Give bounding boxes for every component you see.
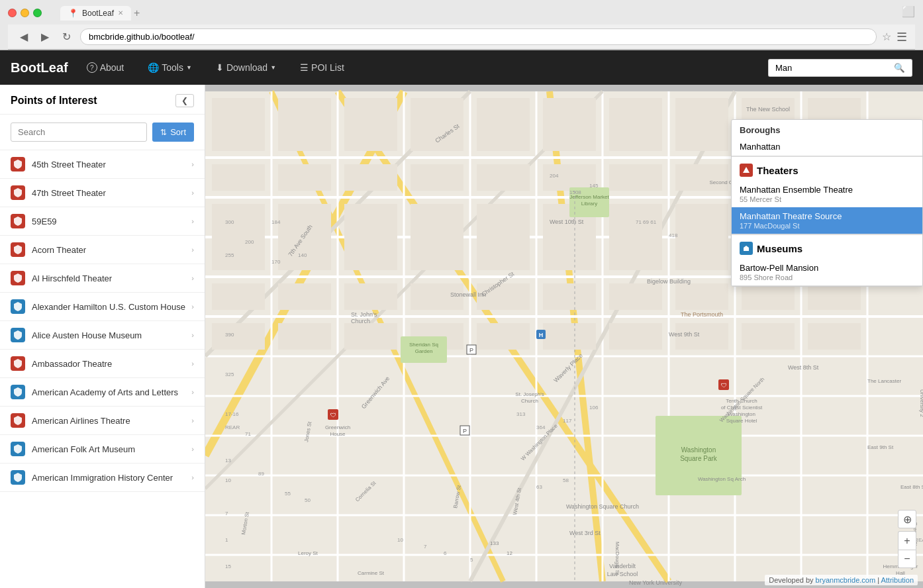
- svg-rect-68: [609, 283, 662, 310]
- poi-list: 45th Street Theater›47th Street Theater›…: [0, 150, 205, 588]
- svg-text:The Portsmouth: The Portsmouth: [681, 311, 723, 318]
- sort-button[interactable]: ⇅ Sort: [152, 122, 194, 142]
- sidebar-title: Points of Interest: [11, 95, 97, 107]
- svg-text:12: 12: [507, 550, 512, 556]
- svg-text:Carmine St: Carmine St: [358, 570, 385, 576]
- svg-text:Church: Church: [351, 318, 370, 324]
- bookmark-button[interactable]: ☆: [882, 30, 891, 43]
- poi-list-nav-item[interactable]: ☰ POI List: [295, 60, 350, 75]
- svg-rect-36: [609, 98, 662, 151]
- sort-icon: ⇅: [160, 128, 167, 137]
- poi-item-7[interactable]: Ambassador Theatre›: [0, 350, 205, 378]
- poi-name-1: 47th Street Theater: [32, 188, 191, 198]
- reload-button[interactable]: ↻: [58, 29, 75, 44]
- svg-text:West 9th St: West 9th St: [669, 331, 700, 338]
- download-label: Download: [226, 62, 267, 73]
- svg-text:7: 7: [225, 511, 228, 516]
- poi-item-10[interactable]: American Folk Art Museum›: [0, 435, 205, 464]
- svg-rect-74: [344, 323, 397, 350]
- poi-search-input[interactable]: [11, 122, 147, 142]
- autocomplete-theater-1[interactable]: Manhattan Theatre Source 177 MacDougal S…: [732, 207, 922, 234]
- minimize-button[interactable]: [21, 9, 29, 17]
- url-input[interactable]: [80, 28, 877, 45]
- title-bar: 📍 BootLeaf ✕ + ⬜: [8, 5, 915, 21]
- svg-text:West 3rd St: West 3rd St: [569, 530, 601, 536]
- svg-text:Square Hotel: Square Hotel: [726, 418, 757, 424]
- svg-rect-71: [808, 283, 861, 310]
- svg-rect-57: [609, 204, 662, 270]
- sidebar-collapse-button[interactable]: ❮: [175, 94, 194, 107]
- svg-text:6: 6: [444, 550, 447, 556]
- svg-rect-30: [212, 98, 265, 151]
- poi-item-11[interactable]: American Immigration History Center›: [0, 464, 205, 492]
- tools-nav-item[interactable]: 🌐 Tools ▼: [142, 60, 197, 75]
- tab-favicon: 📍: [68, 9, 78, 18]
- sidebar-controls: ⇅ Sort: [0, 115, 205, 150]
- autocomplete-theater-0[interactable]: Manhattan Ensemble Theatre 55 Mercer St: [732, 181, 922, 207]
- poi-icon-theater: [11, 356, 25, 371]
- poi-item-1[interactable]: 47th Street Theater›: [0, 179, 205, 207]
- svg-text:Sheridan Sq: Sheridan Sq: [409, 342, 438, 348]
- window-restore-button[interactable]: ⬜: [902, 5, 915, 18]
- zoom-in-button[interactable]: +: [898, 531, 916, 550]
- globe-icon: 🌐: [148, 62, 159, 73]
- download-nav-item[interactable]: ⬇ Download ▼: [211, 60, 281, 75]
- navbar-search-button[interactable]: 🔍: [887, 59, 912, 77]
- svg-text:58: 58: [563, 477, 569, 483]
- poi-item-0[interactable]: 45th Street Theater›: [0, 150, 205, 179]
- svg-text:House: House: [330, 431, 346, 437]
- poi-name-6: Alice Austen House Museum: [32, 330, 191, 340]
- poi-chevron-icon-10: ›: [191, 445, 194, 453]
- poi-chevron-icon-2: ›: [191, 217, 194, 225]
- svg-text:5: 5: [470, 557, 473, 563]
- back-button[interactable]: ◀: [16, 29, 32, 44]
- new-tab-button[interactable]: +: [134, 7, 140, 19]
- locate-button[interactable]: ⊕: [898, 510, 916, 528]
- brand-logo[interactable]: BootLeaf: [11, 60, 68, 75]
- svg-text:Stonewall Inn: Stonewall Inn: [450, 291, 486, 298]
- close-button[interactable]: [8, 9, 17, 17]
- poi-item-4[interactable]: Al Hirschfeld Theater›: [0, 264, 205, 293]
- poi-item-9[interactable]: American Airlines Theatre›: [0, 407, 205, 435]
- svg-text:15: 15: [225, 564, 231, 569]
- svg-rect-43: [411, 164, 463, 191]
- poi-item-3[interactable]: Acorn Theater›: [0, 236, 205, 264]
- poi-icon-theater: [11, 271, 25, 285]
- poi-name-10: American Folk Art Museum: [32, 444, 191, 454]
- museums-section: Museums Bartow-Pell Mansion 895 Shore Ro…: [732, 234, 922, 286]
- svg-text:204: 204: [550, 173, 559, 179]
- zoom-out-button[interactable]: −: [898, 550, 916, 568]
- browser-menu-button[interactable]: ☰: [897, 30, 907, 44]
- poi-chevron-icon-4: ›: [191, 274, 194, 282]
- active-tab[interactable]: 📍 BootLeaf ✕: [60, 6, 131, 21]
- autocomplete-dropdown: Boroughs Manhattan Theaters Manhattan En: [731, 119, 923, 287]
- maximize-button[interactable]: [33, 9, 42, 17]
- poi-icon-museum: [11, 470, 25, 485]
- about-label: About: [100, 62, 124, 73]
- autocomplete-museum-0[interactable]: Bartow-Pell Mansion 895 Shore Road: [732, 259, 922, 285]
- poi-name-2: 59E59: [32, 217, 191, 226]
- svg-rect-47: [675, 164, 728, 191]
- poi-item-8[interactable]: American Academy of Arts and Letters›: [0, 378, 205, 407]
- svg-text:Garden: Garden: [415, 348, 433, 354]
- autocomplete-borough-manhattan[interactable]: Manhattan: [732, 138, 922, 156]
- attribution-link2[interactable]: Attribution: [881, 576, 914, 584]
- svg-text:East 8th St: East 8th St: [900, 484, 923, 490]
- svg-text:Library: Library: [581, 201, 597, 207]
- about-nav-item[interactable]: ? About: [81, 60, 130, 75]
- navbar-search-input[interactable]: [768, 59, 887, 77]
- tab-bar: 📍 BootLeaf ✕ +: [60, 6, 140, 21]
- tab-close-button[interactable]: ✕: [118, 9, 123, 17]
- forward-button[interactable]: ▶: [37, 29, 53, 44]
- svg-text:Washington Square Church: Washington Square Church: [566, 503, 639, 510]
- poi-name-0: 45th Street Theater: [32, 160, 191, 170]
- svg-text:1: 1: [225, 537, 228, 543]
- poi-name-7: Ambassador Theatre: [32, 359, 191, 369]
- poi-item-5[interactable]: Alexander Hamilton U.S. Custom House›: [0, 293, 205, 321]
- poi-icon-museum: [11, 385, 25, 399]
- poi-item-2[interactable]: 59E59›: [0, 207, 205, 236]
- poi-item-6[interactable]: Alice Austen House Museum›: [0, 321, 205, 350]
- poi-chevron-icon-0: ›: [191, 160, 194, 168]
- attribution-link[interactable]: bryanmcbride.com: [816, 576, 875, 584]
- svg-text:10: 10: [397, 537, 403, 543]
